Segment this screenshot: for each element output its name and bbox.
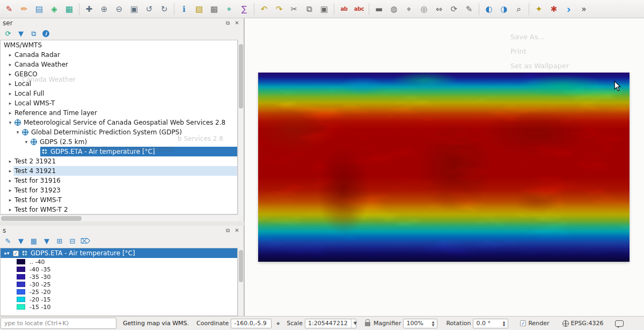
- chevron-right-icon[interactable]: [7, 81, 13, 87]
- web-globe-icon[interactable]: ◑: [497, 2, 511, 16]
- pin-labels-icon[interactable]: ⌖: [402, 2, 416, 16]
- float-panel-icon[interactable]: ⧉: [224, 19, 232, 27]
- text-annotation-icon[interactable]: ab: [337, 2, 351, 16]
- tree-item-test-for-31923[interactable]: Test for 31923: [1, 185, 237, 195]
- tree-item-test-for-31916[interactable]: Test for 31916: [1, 176, 237, 185]
- scrollbar-thumb[interactable]: [239, 250, 243, 282]
- locate-input[interactable]: ype to locate (Ctrl+K): [1, 318, 116, 329]
- save-layer-edits-icon[interactable]: ▤: [32, 2, 46, 16]
- chevron-right-icon[interactable]: [7, 52, 13, 58]
- metasearch-icon[interactable]: ◐: [482, 2, 496, 16]
- filter-legend-icon[interactable]: ▼: [17, 237, 25, 246]
- chevron-right-icon[interactable]: [7, 188, 13, 193]
- chevron-right-icon[interactable]: [7, 71, 13, 77]
- chevron-right-icon[interactable]: [7, 168, 13, 174]
- crs-value[interactable]: EPSG:4326: [571, 320, 604, 327]
- tree-item-test-for-wms-t-2[interactable]: Test for WMS-T 2: [1, 205, 237, 214]
- chevron-right-icon[interactable]: [7, 197, 13, 203]
- move-label-icon[interactable]: ⇔: [432, 2, 446, 16]
- zoom-last-icon[interactable]: ↺: [142, 2, 156, 16]
- tree-item-local-full[interactable]: Local Full: [1, 89, 237, 98]
- close-panel-icon[interactable]: ✕: [233, 227, 241, 234]
- tree-item-gdps[interactable]: Global Deterministic Prediction System (…: [1, 127, 237, 137]
- zoom-out-icon[interactable]: ⊖: [112, 2, 126, 16]
- measure-line-icon[interactable]: ⌖: [222, 2, 236, 16]
- toolbar-overflow-icon[interactable]: »: [577, 2, 591, 16]
- expand-all-icon[interactable]: ⊞: [55, 237, 64, 246]
- collapse-all-icon[interactable]: ⊟: [68, 237, 77, 246]
- expand-toolbar-icon[interactable]: ›: [562, 2, 576, 16]
- layer-item-gdps-eta-air-temperature[interactable]: ▾ ✓ GDPS.ETA - Air temperature [°C]: [1, 248, 237, 258]
- tree-item-local[interactable]: Local: [1, 79, 237, 89]
- tree-item-test-2-31921[interactable]: Test 2 31921: [1, 156, 237, 166]
- pan-map-icon[interactable]: ✚: [82, 2, 96, 16]
- chevron-down-icon[interactable]: [7, 120, 13, 125]
- redo-icon[interactable]: ↷: [272, 2, 286, 16]
- lock-scale-icon[interactable]: [365, 322, 370, 326]
- tree-item-gdps-2-5km[interactable]: GDPS (2.5 km): [1, 137, 237, 147]
- new-vector-layer-icon[interactable]: ◈: [47, 2, 61, 16]
- undo-icon[interactable]: ↶: [257, 2, 271, 16]
- chevron-right-icon[interactable]: [7, 91, 13, 96]
- layer-diagram-icon[interactable]: ◍: [387, 2, 401, 16]
- zoom-in-icon[interactable]: ⊕: [97, 2, 111, 16]
- scrollbar-thumb[interactable]: [1, 216, 82, 221]
- map-themes-icon[interactable]: ▦: [30, 237, 38, 246]
- tree-item-wms-wmts[interactable]: WMS/WMTS: [1, 40, 237, 50]
- tree-item-canada-weather[interactable]: Canada Weather: [1, 60, 237, 69]
- layer-visibility-checkbox[interactable]: ✓: [13, 250, 19, 256]
- zoom-full-icon[interactable]: ▣: [127, 2, 141, 16]
- show-map-themes-icon[interactable]: ▦: [62, 2, 76, 16]
- magnifier-spinner[interactable]: 100% ▲▼: [403, 319, 437, 328]
- chevron-right-icon[interactable]: [7, 110, 13, 116]
- close-panel-icon[interactable]: ✕: [233, 19, 241, 27]
- form-annotation-icon[interactable]: abc: [352, 2, 366, 16]
- chevron-right-icon[interactable]: [7, 207, 13, 212]
- refresh-icon[interactable]: ⟳: [4, 30, 12, 38]
- tree-item-canada-radar[interactable]: Canada Radar: [1, 50, 237, 60]
- properties-info-icon[interactable]: i: [42, 30, 49, 37]
- highlight-pinned-labels-icon[interactable]: ◎: [417, 2, 431, 16]
- chevron-down-icon[interactable]: [23, 139, 30, 145]
- float-panel-icon[interactable]: ⧉: [224, 227, 232, 234]
- filter-expression-icon[interactable]: ▼: [42, 237, 51, 246]
- tree-item-msc-geospatial-web-services[interactable]: Meteorological Service of Canada Geospat…: [1, 118, 237, 127]
- tree-item-test-4-31921[interactable]: Test 4 31921: [1, 166, 237, 176]
- collapse-all-icon[interactable]: ⧉: [30, 30, 38, 38]
- browser-vertical-scrollbar[interactable]: [238, 40, 244, 214]
- statistical-summary-icon[interactable]: ∑: [237, 2, 251, 16]
- current-edits-icon[interactable]: ✎: [2, 2, 16, 16]
- tree-item-gebco[interactable]: GEBCO: [1, 69, 237, 79]
- spinner-arrows-icon[interactable]: ▲▼: [503, 320, 506, 327]
- extents-icon[interactable]: ⌖: [274, 319, 282, 328]
- select-features-icon[interactable]: ▧: [192, 2, 206, 16]
- bug-report-icon[interactable]: ✱: [547, 2, 561, 16]
- scale-combobox[interactable]: 1:205447212 ▼: [305, 319, 356, 328]
- crs-globe-icon[interactable]: [562, 320, 569, 327]
- zoom-next-icon[interactable]: ↻: [157, 2, 171, 16]
- copy-features-icon[interactable]: ⧉: [302, 2, 316, 16]
- tree-item-reference-and-time-layer[interactable]: Reference and Time layer: [1, 108, 237, 118]
- tree-item-local-wms-t[interactable]: Local WMS-T: [1, 98, 237, 108]
- map-canvas[interactable]: Save As... Print Set as Wallpaper: [244, 18, 644, 316]
- open-layer-styling-icon[interactable]: ✎: [4, 237, 12, 246]
- change-label-icon[interactable]: ✎: [462, 2, 476, 16]
- chevron-right-icon[interactable]: [7, 101, 13, 106]
- identify-features-icon[interactable]: ℹ: [177, 2, 191, 16]
- chevron-down-icon[interactable]: [14, 130, 21, 135]
- filter-browser-icon[interactable]: ▼: [17, 30, 25, 38]
- cut-features-icon[interactable]: ✂: [287, 2, 301, 16]
- paste-features-icon[interactable]: ▣: [317, 2, 331, 16]
- chevron-right-icon[interactable]: [7, 178, 13, 183]
- layer-labeling-icon[interactable]: ▬: [372, 2, 386, 16]
- chevron-down-icon[interactable]: ▼: [351, 319, 357, 328]
- spinner-arrows-icon[interactable]: ▲▼: [432, 320, 435, 327]
- tree-item-test-for-wms-t[interactable]: Test for WMS-T: [1, 195, 237, 205]
- render-checkbox[interactable]: ✓: [520, 320, 526, 326]
- scrollbar-thumb[interactable]: [239, 44, 243, 109]
- rotation-spinner[interactable]: 0.0 ° ▲▼: [473, 319, 508, 328]
- browser-horizontal-scrollbar[interactable]: [0, 214, 238, 221]
- panel-splitter[interactable]: [0, 221, 244, 226]
- rotate-label-icon[interactable]: ⟳: [447, 2, 461, 16]
- coordinate-input[interactable]: -160.0,-5.9: [231, 319, 272, 328]
